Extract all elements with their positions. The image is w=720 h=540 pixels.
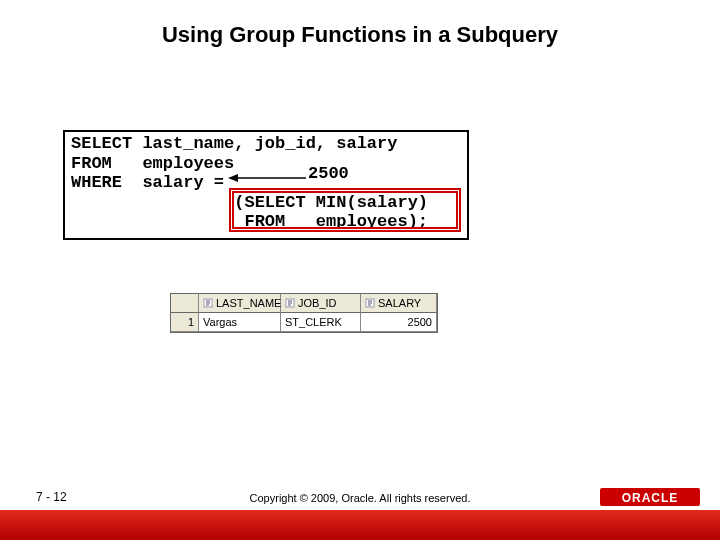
result-grid: LAST_NAME JOB_ID SALARY 1 Vargas ST_CLER… — [170, 293, 438, 333]
oracle-logo: ORACLE — [600, 486, 700, 508]
grid-header-rownum — [171, 294, 199, 313]
grid-header-row: LAST_NAME JOB_ID SALARY — [171, 294, 437, 313]
sql-code-block: SELECT last_name, job_id, salary FROM em… — [63, 130, 469, 240]
grid-header-label: JOB_ID — [298, 297, 337, 309]
footer-bar — [0, 510, 720, 540]
code-line-2: FROM employees — [71, 154, 234, 173]
code-line-1: SELECT last_name, job_id, salary — [71, 134, 397, 153]
code-line-4: (SELECT MIN(salary) — [71, 193, 428, 212]
grid-header-jobid: JOB_ID — [281, 294, 361, 313]
column-type-icon — [365, 298, 375, 308]
grid-header-salary: SALARY — [361, 294, 437, 313]
column-type-icon — [285, 298, 295, 308]
grid-rownum: 1 — [171, 313, 199, 332]
grid-cell-salary: 2500 — [361, 313, 437, 332]
column-type-icon — [203, 298, 213, 308]
code-line-5: FROM employees); — [71, 212, 428, 231]
grid-header-label: LAST_NAME — [216, 297, 281, 309]
table-row: 1 Vargas ST_CLERK 2500 — [171, 313, 437, 332]
slide-title: Using Group Functions in a Subquery — [0, 22, 720, 48]
grid-cell-lastname: Vargas — [199, 313, 281, 332]
subquery-result-annotation: 2500 — [308, 164, 349, 183]
grid-header-label: SALARY — [378, 297, 421, 309]
grid-cell-jobid: ST_CLERK — [281, 313, 361, 332]
grid-header-lastname: LAST_NAME — [199, 294, 281, 313]
code-line-3: WHERE salary = — [71, 173, 224, 192]
svg-text:ORACLE: ORACLE — [622, 491, 679, 505]
